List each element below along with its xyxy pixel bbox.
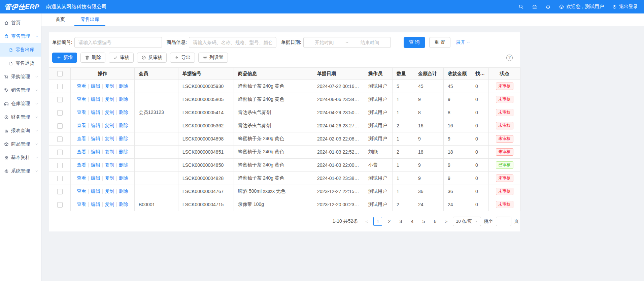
row-action-view[interactable]: 查看 <box>77 188 86 194</box>
jump-page-input[interactable] <box>496 217 511 226</box>
row-action-delete[interactable]: 删除 <box>119 201 128 207</box>
row-action-edit[interactable]: 编辑 <box>91 149 100 154</box>
row-action-edit[interactable]: 编辑 <box>91 188 100 194</box>
tab-retail-outbound[interactable]: 零售出库 <box>74 13 105 26</box>
row-action-delete[interactable]: 删除 <box>119 123 128 128</box>
date-end-input[interactable] <box>349 40 391 45</box>
row-action-view[interactable]: 查看 <box>77 123 86 128</box>
row-action-copy[interactable]: 复制 <box>105 175 114 181</box>
row-action-copy[interactable]: 复制 <box>105 110 114 115</box>
search-button[interactable]: 查 询 <box>404 37 425 48</box>
row-action-view[interactable]: 查看 <box>77 162 86 167</box>
help-button[interactable]: ? <box>506 55 513 61</box>
row-checkbox[interactable] <box>57 136 63 142</box>
next-page-button[interactable]: > <box>442 217 450 226</box>
date-range-picker[interactable]: ~ <box>303 37 391 48</box>
row-checkbox[interactable] <box>57 202 63 208</box>
prev-page-button[interactable]: < <box>363 217 371 226</box>
row-action-view[interactable]: 查看 <box>77 110 86 115</box>
search-icon[interactable] <box>518 4 524 9</box>
row-action-delete[interactable]: 删除 <box>119 188 128 194</box>
pagination-page-2[interactable]: 2 <box>385 217 394 226</box>
row-action-copy[interactable]: 复制 <box>105 162 114 167</box>
row-action-delete[interactable]: 删除 <box>119 96 128 102</box>
pagination-page-5[interactable]: 5 <box>419 217 428 226</box>
cell-actions: 查看|编辑|复制|删除 <box>71 185 135 198</box>
row-action-edit[interactable]: 编辑 <box>91 162 100 167</box>
row-checkbox[interactable] <box>57 84 63 89</box>
logout-button[interactable]: 退出登录 <box>612 4 638 10</box>
row-checkbox[interactable] <box>57 189 63 194</box>
row-action-edit[interactable]: 编辑 <box>91 123 100 128</box>
pagination-page-1[interactable]: 1 <box>373 217 382 226</box>
sidebar-subitem-retail-outbound[interactable]: 零售出库 <box>0 43 41 57</box>
audit-button[interactable]: 审核 <box>109 53 134 63</box>
row-action-copy[interactable]: 复制 <box>105 149 114 154</box>
row-action-edit[interactable]: 编辑 <box>91 83 100 89</box>
row-action-copy[interactable]: 复制 <box>105 188 114 194</box>
product-info-input[interactable] <box>189 37 276 48</box>
row-action-edit[interactable]: 编辑 <box>91 201 100 207</box>
org-icon[interactable] <box>532 4 537 9</box>
row-action-edit[interactable]: 编辑 <box>91 136 100 141</box>
sidebar-item-home[interactable]: 首页 <box>0 16 41 30</box>
sidebar-item-goods[interactable]: 商品管理 <box>0 137 41 151</box>
row-action-copy[interactable]: 复制 <box>105 136 114 141</box>
row-action-view[interactable]: 查看 <box>77 175 86 181</box>
row-action-edit[interactable]: 编辑 <box>91 175 100 181</box>
cell-received-amount: 18 <box>444 146 471 159</box>
column-settings-button[interactable]: 列设置 <box>198 53 228 63</box>
sidebar-item-reports[interactable]: 报表查询 <box>0 124 41 137</box>
pagination-page-4[interactable]: 4 <box>408 217 416 226</box>
row-action-edit[interactable]: 编辑 <box>91 110 100 115</box>
row-action-view[interactable]: 查看 <box>77 96 86 102</box>
bill-no-input[interactable] <box>74 37 162 48</box>
sidebar-item-sales[interactable]: 销售管理 <box>0 84 41 97</box>
row-action-delete[interactable]: 删除 <box>119 175 128 181</box>
row-checkbox[interactable] <box>57 123 63 129</box>
unaudit-button[interactable]: 反审核 <box>137 53 167 63</box>
row-action-view[interactable]: 查看 <box>77 136 86 141</box>
select-all-checkbox[interactable] <box>57 71 63 76</box>
reset-button[interactable]: 重 置 <box>429 37 451 48</box>
row-action-copy[interactable]: 复制 <box>105 123 114 128</box>
row-checkbox[interactable] <box>57 150 63 155</box>
row-action-view[interactable]: 查看 <box>77 201 86 207</box>
sidebar-subitem-retail-return[interactable]: 零售退货 <box>0 57 41 70</box>
delete-button[interactable]: 删除 <box>80 53 105 63</box>
chevron-down-icon <box>475 220 478 223</box>
row-action-view[interactable]: 查看 <box>77 149 86 154</box>
sidebar-item-warehouse[interactable]: 仓库管理 <box>0 97 41 111</box>
export-button[interactable]: 导出 <box>170 53 195 63</box>
add-button[interactable]: 新增 <box>52 53 77 63</box>
row-action-delete[interactable]: 删除 <box>119 110 128 115</box>
cell-status: 未审核 <box>489 146 520 159</box>
expand-toggle[interactable]: 展开 <box>456 39 470 45</box>
row-action-copy[interactable]: 复制 <box>105 96 114 102</box>
row-action-view[interactable]: 查看 <box>77 83 86 89</box>
row-action-edit[interactable]: 编辑 <box>91 96 100 102</box>
row-action-delete[interactable]: 删除 <box>119 83 128 89</box>
pagination-page-6[interactable]: 6 <box>431 217 439 226</box>
user-menu[interactable]: 欢迎您，测试用户 <box>559 4 604 10</box>
page-size-select[interactable]: 10 条/页 <box>453 217 481 226</box>
pagination-page-3[interactable]: 3 <box>396 217 405 226</box>
sidebar-item-basicdata[interactable]: 基本资料 <box>0 151 41 164</box>
notification-icon[interactable] <box>545 4 551 9</box>
row-action-delete[interactable]: 删除 <box>119 162 128 167</box>
sidebar-item-finance[interactable]: 财务管理 <box>0 111 41 124</box>
row-checkbox[interactable] <box>57 163 63 168</box>
row-action-delete[interactable]: 删除 <box>119 149 128 154</box>
sidebar-item-retail[interactable]: 零售管理 <box>0 30 41 43</box>
row-checkbox[interactable] <box>57 110 63 116</box>
row-action-delete[interactable]: 删除 <box>119 136 128 141</box>
row-action-copy[interactable]: 复制 <box>105 201 114 207</box>
row-checkbox[interactable] <box>57 97 63 102</box>
row-checkbox[interactable] <box>57 176 63 181</box>
sidebar-item-system[interactable]: 系统管理 <box>0 164 41 178</box>
sidebar-item-purchase[interactable]: 采购管理 <box>0 70 41 84</box>
cell-bill-date: 2024-01-03 22:52:51 <box>313 146 364 159</box>
row-action-copy[interactable]: 复制 <box>105 83 114 89</box>
tab-home[interactable]: 首页 <box>49 13 71 26</box>
date-start-input[interactable] <box>304 40 345 45</box>
